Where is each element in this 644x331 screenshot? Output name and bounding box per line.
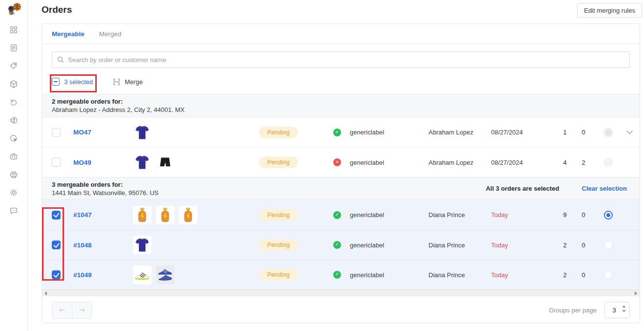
- shipments-icon[interactable]: [9, 80, 19, 88]
- support-icon[interactable]: [9, 206, 19, 215]
- merged-count: 0: [574, 211, 593, 219]
- row-checkbox[interactable]: [52, 158, 61, 167]
- edit-merging-rules-button[interactable]: Edit merging rules: [577, 3, 642, 18]
- customer-name: Abraham Lopez: [429, 129, 491, 136]
- prev-page-button[interactable]: ←: [52, 302, 72, 318]
- group-title: 2 mergeable orders for:: [52, 97, 185, 106]
- order-date: Today: [491, 271, 556, 279]
- label-name: genericlabel: [350, 242, 429, 249]
- search-section: [42, 44, 640, 72]
- search-input[interactable]: [52, 51, 630, 68]
- spinner-down-icon[interactable]: [622, 310, 626, 312]
- merge-target-radio[interactable]: [604, 158, 613, 167]
- clear-selection-link[interactable]: Clear selection: [582, 185, 627, 192]
- item-count: 1: [556, 129, 574, 136]
- select-all-checkbox[interactable]: [52, 78, 60, 86]
- label-status-icon: [333, 211, 341, 219]
- status-badge: Pending: [259, 239, 298, 251]
- products-icon[interactable]: [9, 62, 19, 70]
- group-title: 3 mergeable orders for:: [52, 180, 158, 189]
- group-address: 1441 Main St, Watsonville, 95076. US: [52, 189, 158, 197]
- print-icon[interactable]: [9, 170, 19, 179]
- order-items: [133, 265, 259, 284]
- status-badge: Pending: [259, 127, 298, 138]
- customer-name: Diana Prince: [429, 271, 491, 279]
- label-name: genericlabel: [350, 211, 429, 219]
- row-checkbox[interactable]: [52, 241, 61, 249]
- status-badge: Pending: [259, 156, 298, 168]
- order-row: #1047 Pending genericlabel Diana Prince …: [42, 200, 640, 230]
- merge-icon: [112, 78, 121, 86]
- customer-name: Diana Prince: [429, 211, 491, 219]
- soccer-jersey-image: [133, 236, 151, 254]
- energy-drink-bottle-image: [156, 206, 174, 224]
- search-icon: [57, 56, 64, 64]
- orders-icon[interactable]: [9, 44, 19, 52]
- label-status-icon: [333, 158, 341, 166]
- billing-icon[interactable]: [9, 116, 19, 125]
- scroll-right-icon[interactable]: [635, 291, 637, 295]
- order-link[interactable]: MO47: [73, 129, 133, 136]
- select-all-group[interactable]: 3 selected: [52, 78, 93, 86]
- next-page-button[interactable]: →: [72, 302, 91, 318]
- group-header: 2 mergeable orders for: Abraham Lopez - …: [42, 94, 640, 117]
- black-shorts-image: [156, 153, 174, 172]
- tab-mergeable[interactable]: Mergeable: [52, 30, 85, 38]
- energy-drink-bottle-image: [179, 206, 197, 224]
- page-title: Orders: [42, 4, 72, 15]
- order-row: #1048 Pending genericlabel Diana Prince …: [42, 230, 640, 260]
- order-items: [133, 206, 259, 224]
- soccer-jersey-image: [133, 153, 151, 172]
- order-link[interactable]: MO49: [73, 159, 133, 166]
- order-row: #1049 Pending genericlabel Diana Prince …: [42, 260, 640, 289]
- label-name: genericlabel: [350, 271, 429, 279]
- order-date: 08/27/2024: [491, 129, 556, 136]
- soccer-jersey-image: [133, 123, 151, 142]
- spinner-up-icon[interactable]: [622, 305, 626, 308]
- sidebar: [0, 0, 28, 331]
- order-link[interactable]: #1049: [73, 271, 133, 279]
- merge-target-radio[interactable]: [604, 241, 613, 249]
- group-address: Abraham Lopez - Address 2, City 2, 44001…: [52, 106, 185, 114]
- row-checkbox[interactable]: [52, 270, 61, 279]
- scroll-left-icon[interactable]: [44, 291, 47, 295]
- tab-bar: Mergeable Merged: [42, 24, 640, 44]
- horizontal-scrollbar[interactable]: [42, 289, 640, 296]
- energy-drink-bottle-image: [133, 206, 151, 224]
- item-count: 9: [556, 211, 574, 219]
- blue-soccer-cleats-image: [156, 265, 174, 284]
- order-items: [133, 153, 259, 172]
- merge-target-radio[interactable]: [604, 270, 613, 279]
- merge-target-radio[interactable]: [604, 211, 613, 220]
- groups-per-page-spinner[interactable]: 3: [604, 302, 630, 318]
- dashboard-icon[interactable]: [9, 25, 19, 34]
- order-link[interactable]: #1048: [73, 242, 133, 249]
- merged-count: 0: [574, 271, 593, 279]
- label-name: genericlabel: [350, 129, 429, 136]
- order-items: [133, 236, 259, 254]
- groups-per-page-label: Groups per page: [549, 307, 597, 314]
- order-row: MO49 Pending genericlabel Abraham Lopez …: [42, 147, 640, 177]
- merge-target-radio[interactable]: [604, 128, 613, 137]
- row-checkbox[interactable]: [52, 211, 61, 220]
- returns-icon[interactable]: [9, 98, 19, 107]
- label-status-icon: [333, 271, 341, 279]
- app-logo[interactable]: [6, 2, 23, 17]
- row-checkbox[interactable]: [52, 128, 61, 137]
- inventory-icon[interactable]: [9, 152, 19, 161]
- merge-button[interactable]: Merge: [112, 78, 143, 86]
- order-link[interactable]: #1047: [73, 211, 133, 219]
- settings-icon[interactable]: [9, 188, 19, 197]
- order-date: 08/27/2024: [491, 159, 556, 166]
- merged-count: 2: [574, 159, 593, 166]
- tracking-icon[interactable]: [9, 134, 19, 143]
- tab-merged[interactable]: Merged: [99, 30, 122, 38]
- pagination-bar: ← → Groups per page 3: [42, 296, 640, 323]
- orders-card: Mergeable Merged 3 selected Merge 2 merg…: [42, 23, 640, 323]
- group-header: 3 mergeable orders for: 1441 Main St, Wa…: [42, 177, 640, 200]
- order-date: Today: [491, 211, 556, 219]
- label-name: genericlabel: [350, 159, 429, 166]
- chevron-down-icon[interactable]: [626, 131, 633, 134]
- order-row: MO47 Pending genericlabel Abraham Lopez …: [42, 117, 640, 147]
- selection-toolbar: 3 selected Merge: [42, 72, 640, 94]
